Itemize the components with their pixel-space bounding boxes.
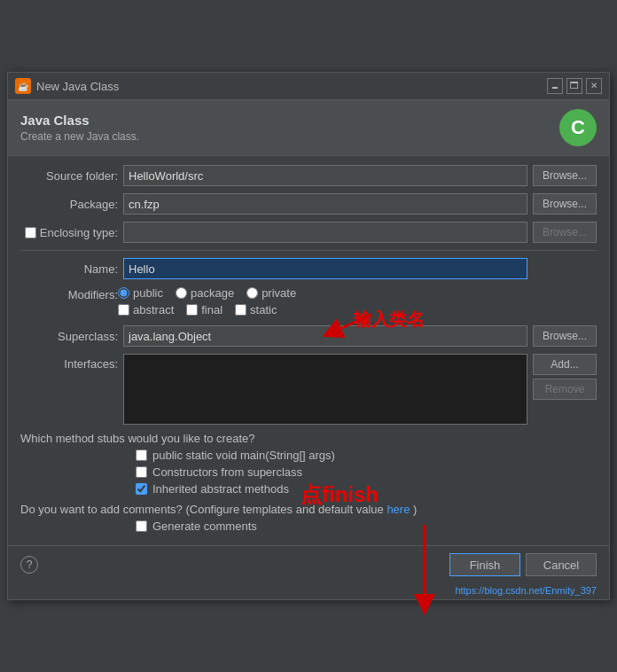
modifiers-label: Modifiers: [20,286,118,301]
generate-comments-checkbox[interactable] [136,520,147,532]
modifier-final-label: final [201,303,223,316]
remove-interface-button[interactable]: Remove [533,379,597,400]
modifiers-visibility-row: public package private [118,286,597,300]
cancel-button[interactable]: Cancel [526,553,597,576]
inherited-abstract-checkbox[interactable] [136,483,147,495]
modifier-static-checkbox[interactable] [235,304,246,316]
footer-buttons: Finish Cancel [449,553,597,576]
watermark-link[interactable]: https://blog.csdn.net/Enmity_397 [455,585,597,596]
interfaces-buttons: Add... Remove [533,354,597,400]
main-method-checkbox[interactable] [136,449,147,461]
modifier-abstract-label: abstract [133,303,174,316]
source-folder-browse-button[interactable]: Browse... [533,165,597,186]
modifier-static-label: static [250,303,277,316]
modifier-final-checkbox[interactable] [186,304,198,316]
inherited-abstract-label: Inherited abstract methods [152,482,289,496]
divider-1 [20,250,597,251]
generate-comments-label: Generate comments [152,520,257,533]
modifier-private-label: private [262,286,296,300]
modifiers-row: Modifiers: public package private [20,286,597,320]
enclosing-type-input[interactable] [123,222,527,243]
package-row: Package: Browse... [20,193,597,215]
source-folder-row: Source folder: Browse... [20,165,597,186]
superclass-row: Superclass: Browse... [20,325,597,347]
constructors-checkbox[interactable] [136,466,147,478]
help-button[interactable]: ? [20,556,38,574]
modifiers-type-row: abstract final static [118,303,597,316]
superclass-label: Superclass: [20,330,118,343]
superclass-input[interactable] [123,325,527,347]
modifier-package-radio[interactable] [176,287,187,299]
source-folder-input[interactable] [123,165,527,186]
inherited-abstract-row: Inherited abstract methods [136,482,597,496]
comments-question: Do you want to add comments? (Configure … [20,503,597,516]
stubs-title: Which method stubs would you like to cre… [20,432,597,445]
interfaces-label: Interfaces: [20,354,118,371]
package-input[interactable] [123,193,527,215]
maximize-button[interactable]: 🗖 [566,78,582,94]
modifier-public-label: public [133,286,163,300]
main-method-row: public static void main(String[] args) [136,449,597,462]
enclosing-type-row: Enclosing type: Browse... [20,222,597,243]
modifier-private-radio[interactable] [246,287,258,299]
dialog-body: Source folder: Browse... Package: Browse… [8,156,609,545]
constructors-label: Constructors from superclass [152,465,302,479]
generate-comments-row: Generate comments [136,520,597,533]
java-icon: C [559,109,597,146]
dialog-header: Java Class Create a new Java class. C [8,100,609,156]
close-button[interactable]: ✕ [586,78,602,94]
constructors-row: Constructors from superclass [136,465,597,479]
add-interface-button[interactable]: Add... [533,354,597,375]
name-input[interactable] [123,258,527,279]
enclosing-type-browse-button[interactable]: Browse... [533,222,597,243]
footer: ? Finish Cancel [8,545,609,583]
minimize-button[interactable]: 🗕 [547,78,563,94]
watermark: https://blog.csdn.net/Enmity_397 [8,583,609,599]
modifier-public-radio[interactable] [118,287,129,299]
new-java-class-dialog: ☕ New Java Class 🗕 🗖 ✕ Java Class Create… [7,72,610,600]
superclass-browse-button[interactable]: Browse... [533,325,597,347]
title-bar: ☕ New Java Class 🗕 🗖 ✕ [8,73,609,100]
interfaces-row: Interfaces: Add... Remove [20,354,597,425]
name-row: Name: [20,258,597,279]
comments-section: Do you want to add comments? (Configure … [20,503,597,533]
finish-button[interactable]: Finish [449,553,520,576]
package-label: Package: [20,198,118,211]
window-controls: 🗕 🗖 ✕ [547,78,602,94]
package-browse-button[interactable]: Browse... [533,193,597,215]
comments-link[interactable]: here [387,503,410,516]
interfaces-list [123,354,527,425]
name-label: Name: [20,262,118,276]
dialog-icon: ☕ [15,78,31,94]
dialog-title: New Java Class [36,80,542,93]
method-stubs-section: Which method stubs would you like to cre… [20,432,597,496]
enclosing-type-label: Enclosing type: [40,226,118,239]
modifier-abstract-checkbox[interactable] [118,304,129,316]
source-folder-label: Source folder: [20,169,118,183]
main-method-label: public static void main(String[] args) [152,449,335,462]
dialog-header-subtitle: Create a new Java class. [20,130,139,143]
modifier-package-label: package [191,286,234,300]
enclosing-type-checkbox[interactable] [25,227,36,238]
dialog-header-title: Java Class [20,113,139,128]
